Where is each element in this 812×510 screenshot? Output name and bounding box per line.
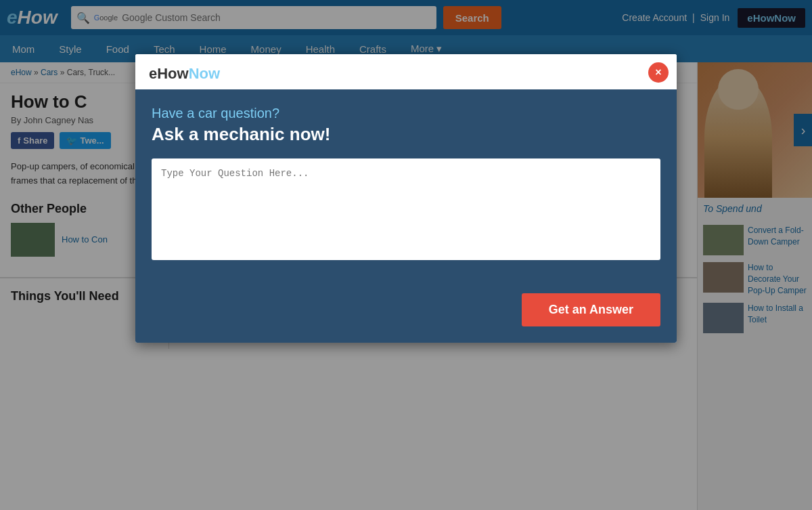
question-textarea[interactable] [152,158,660,260]
modal-subtitle: Have a car question? [152,106,660,121]
get-answer-button[interactable]: Get an Answer [522,293,660,326]
modal-body: Have a car question? Ask a mechanic now! [135,89,677,282]
mechanic-modal: eHowNow × Have a car question? Ask a mec… [135,54,677,343]
modal-title: Ask a mechanic now! [152,124,660,145]
modal-logo: eHowNow [149,65,220,83]
modal-header: eHowNow × [135,54,677,89]
modal-logo-ehow: eHow [149,65,189,82]
modal-close-button[interactable]: × [648,62,669,83]
modal-footer: Get an Answer [135,282,677,343]
modal-logo-now: Now [189,65,220,82]
